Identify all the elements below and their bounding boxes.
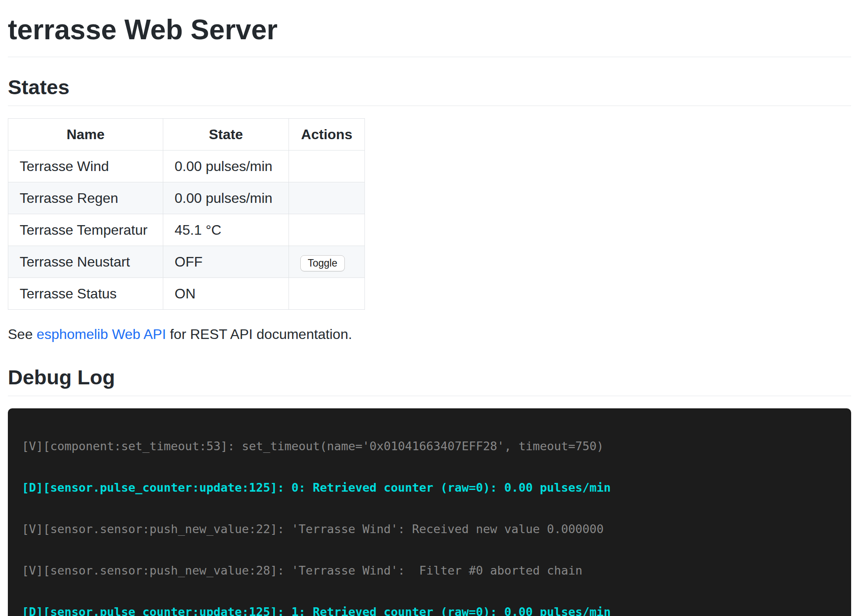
log-line: [V][sensor.sensor:push_new_value:22]: 'T… — [22, 521, 837, 537]
api-note: See esphomelib Web API for REST API docu… — [8, 324, 851, 345]
row-state-cell: ON — [163, 277, 289, 309]
column-header-name: Name — [8, 118, 163, 150]
row-name-cell: Terrasse Status — [8, 277, 163, 309]
row-actions-cell: Toggle — [289, 246, 365, 277]
row-name-cell: Terrasse Neustart — [8, 246, 163, 277]
row-state-cell: 0.00 pulses/min — [163, 150, 289, 182]
log-line: [D][sensor.pulse_counter:update:125]: 1:… — [22, 604, 837, 616]
log-line: [V][component:set_timeout:53]: set_timeo… — [22, 438, 837, 455]
column-header-actions: Actions — [289, 118, 365, 150]
column-header-state: State — [163, 118, 289, 150]
row-state-cell: 0.00 pulses/min — [163, 182, 289, 214]
table-row: Terrasse Wind 0.00 pulses/min — [8, 150, 365, 182]
row-actions-cell — [289, 150, 365, 182]
states-table-head: Name State Actions — [8, 118, 365, 150]
row-name-cell: Terrasse Temperatur — [8, 214, 163, 246]
row-state-cell: 45.1 °C — [163, 214, 289, 246]
row-name-cell: Terrasse Regen — [8, 182, 163, 214]
api-note-prefix: See — [8, 326, 37, 342]
row-actions-cell — [289, 277, 365, 309]
table-row: Terrasse Regen 0.00 pulses/min — [8, 182, 365, 214]
table-row: Terrasse Neustart OFF Toggle — [8, 246, 365, 277]
header-row: Name State Actions — [8, 118, 365, 150]
page-container: terrasse Web Server States Name State Ac… — [0, 0, 859, 616]
table-row: Terrasse Temperatur 45.1 °C — [8, 214, 365, 246]
table-row: Terrasse Status ON — [8, 277, 365, 309]
toggle-button[interactable]: Toggle — [300, 255, 345, 271]
debug-log-heading: Debug Log — [8, 365, 851, 396]
log-line: [V][sensor.sensor:push_new_value:28]: 'T… — [22, 562, 837, 579]
web-api-link[interactable]: esphomelib Web API — [37, 326, 166, 342]
row-actions-cell — [289, 182, 365, 214]
states-heading: States — [8, 75, 851, 106]
row-name-cell: Terrasse Wind — [8, 150, 163, 182]
states-table-body: Terrasse Wind 0.00 pulses/min Terrasse R… — [8, 150, 365, 309]
log-line: [D][sensor.pulse_counter:update:125]: 0:… — [22, 479, 837, 496]
row-actions-cell — [289, 214, 365, 246]
api-note-suffix: for REST API documentation. — [166, 326, 352, 342]
page-title: terrasse Web Server — [8, 12, 851, 57]
debug-log-console: [V][component:set_timeout:53]: set_timeo… — [8, 408, 851, 616]
row-state-cell: OFF — [163, 246, 289, 277]
states-table: Name State Actions Terrasse Wind 0.00 pu… — [8, 118, 365, 310]
